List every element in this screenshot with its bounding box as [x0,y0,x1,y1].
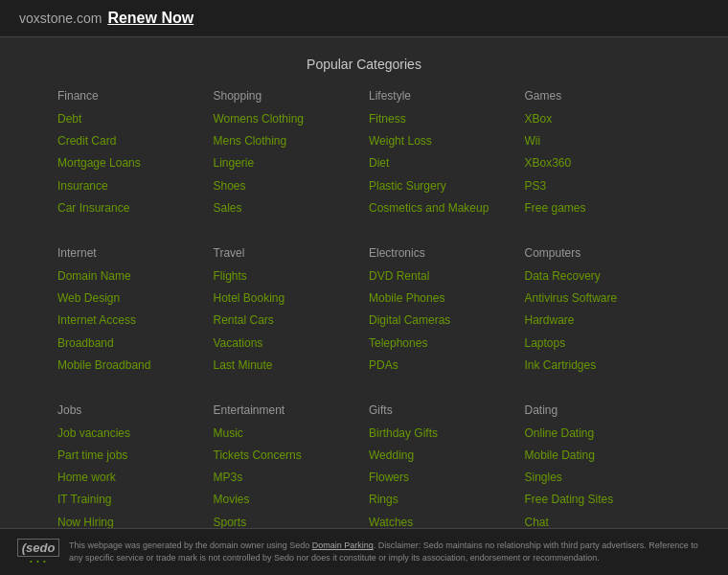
footer-disclaimer: This webpage was generated by the domain… [69,540,709,564]
category-link-last-minute[interactable]: Last Minute [214,356,360,375]
category-section-games: GamesXBoxWiiXBox360PS3Free games [525,89,671,218]
category-title-shopping: Shopping [214,89,360,103]
category-link-laptops[interactable]: Laptops [525,334,671,353]
category-link-plastic-surgery[interactable]: Plastic Surgery [369,177,515,196]
category-title-internet: Internet [57,246,204,260]
category-title-travel: Travel [214,246,360,260]
category-link-mens-clothing[interactable]: Mens Clothing [214,132,360,150]
category-link-rental-cars[interactable]: Rental Cars [214,311,360,330]
category-link-vacations[interactable]: Vacations [214,334,360,353]
category-link-web-design[interactable]: Web Design [57,289,204,308]
category-link-mobile-dating[interactable]: Mobile Dating [525,447,671,465]
category-section-lifestyle: LifestyleFitnessWeight LossDietPlastic S… [369,89,515,218]
category-link-flights[interactable]: Flights [214,267,360,286]
category-link-digital-cameras[interactable]: Digital Cameras [369,311,515,330]
sedo-logo: (sedo • • • [19,539,57,565]
category-section-electronics: ElectronicsDVD RentalMobile PhonesDigita… [369,246,515,375]
category-link-music[interactable]: Music [214,425,360,443]
category-link-birthday-gifts[interactable]: Birthday Gifts [369,425,515,443]
category-link-womens-clothing[interactable]: Womens Clothing [214,110,360,128]
category-title-entertainment: Entertainment [214,403,360,417]
category-link-it-training[interactable]: IT Training [57,491,204,509]
category-title-dating: Dating [525,403,671,417]
categories-grid: FinanceDebtCredit CardMortgage LoansInsu… [57,89,671,532]
category-link-car-insurance[interactable]: Car Insurance [57,199,204,218]
category-link-xbox360[interactable]: XBox360 [525,154,671,172]
category-section-dating: DatingOnline DatingMobile DatingSinglesF… [525,403,671,532]
category-link-part-time-jobs[interactable]: Part time jobs [57,447,204,465]
category-title-computers: Computers [525,246,671,260]
domain-text: voxstone.com [19,11,102,26]
category-link-diet[interactable]: Diet [369,154,515,172]
category-title-lifestyle: Lifestyle [369,89,515,103]
category-link-internet-access[interactable]: Internet Access [57,311,204,330]
category-section-gifts: GiftsBirthday GiftsWeddingFlowersRingsWa… [369,403,515,532]
category-title-gifts: Gifts [369,403,515,417]
sedo-dots: • • • [30,557,47,565]
category-link-antivirus-software[interactable]: Antivirus Software [525,289,671,308]
category-link-debt[interactable]: Debt [57,110,204,128]
category-link-ink-cartridges[interactable]: Ink Cartridges [525,356,671,375]
category-section-travel: TravelFlightsHotel BookingRental CarsVac… [214,246,360,375]
category-link-data-recovery[interactable]: Data Recovery [525,267,671,286]
category-link-telephones[interactable]: Telephones [369,334,515,353]
category-link-mobile-phones[interactable]: Mobile Phones [369,289,515,308]
category-section-internet: InternetDomain NameWeb DesignInternet Ac… [57,246,204,375]
category-section-shopping: ShoppingWomens ClothingMens ClothingLing… [214,89,360,218]
category-link-cosmetics-and-makeup[interactable]: Cosmetics and Makeup [369,199,515,218]
category-link-ps3[interactable]: PS3 [525,177,671,196]
renew-link[interactable]: Renew Now [107,10,193,27]
category-link-movies[interactable]: Movies [214,491,360,509]
category-link-pdas[interactable]: PDAs [369,356,515,375]
category-link-credit-card[interactable]: Credit Card [57,132,204,150]
category-section-entertainment: EntertainmentMusicTickets ConcernsMP3sMo… [214,403,360,532]
category-link-shoes[interactable]: Shoes [214,177,360,196]
main-content: Popular Categories FinanceDebtCredit Car… [0,37,728,551]
category-section-jobs: JobsJob vacanciesPart time jobsHome work… [57,403,204,532]
category-link-dvd-rental[interactable]: DVD Rental [369,267,515,286]
domain-parking-link[interactable]: Domain Parking [312,540,374,550]
category-link-wii[interactable]: Wii [525,132,671,150]
category-link-domain-name[interactable]: Domain Name [57,267,204,286]
category-link-sales[interactable]: Sales [214,199,360,218]
category-title-finance: Finance [57,89,204,103]
category-link-home-work[interactable]: Home work [57,469,204,487]
category-link-mortgage-loans[interactable]: Mortgage Loans [57,154,204,172]
category-title-electronics: Electronics [369,246,515,260]
category-link-flowers[interactable]: Flowers [369,469,515,487]
category-link-singles[interactable]: Singles [525,469,671,487]
popular-categories-title: Popular Categories [57,57,671,72]
category-link-mp3s[interactable]: MP3s [214,469,360,487]
category-link-broadband[interactable]: Broadband [57,334,204,353]
category-link-wedding[interactable]: Wedding [369,447,515,465]
category-link-lingerie[interactable]: Lingerie [214,154,360,172]
category-link-online-dating[interactable]: Online Dating [525,425,671,443]
category-link-xbox[interactable]: XBox [525,110,671,128]
category-title-games: Games [525,89,671,103]
category-link-insurance[interactable]: Insurance [57,177,204,196]
footer: (sedo • • • This webpage was generated b… [0,528,728,575]
category-link-rings[interactable]: Rings [369,491,515,509]
category-link-hardware[interactable]: Hardware [525,311,671,330]
category-link-tickets-concerns[interactable]: Tickets Concerns [214,447,360,465]
category-link-mobile-broadband[interactable]: Mobile Broadband [57,356,204,375]
category-link-fitness[interactable]: Fitness [369,110,515,128]
category-link-weight-loss[interactable]: Weight Loss [369,132,515,150]
sedo-logo-text: (sedo [17,539,60,557]
category-link-free-games[interactable]: Free games [525,199,671,218]
category-link-hotel-booking[interactable]: Hotel Booking [214,289,360,308]
header: voxstone.com Renew Now [0,0,728,37]
category-title-jobs: Jobs [57,403,204,417]
category-link-job-vacancies[interactable]: Job vacancies [57,425,204,443]
category-section-finance: FinanceDebtCredit CardMortgage LoansInsu… [57,89,204,218]
category-section-computers: ComputersData RecoveryAntivirus Software… [525,246,671,375]
category-link-free-dating-sites[interactable]: Free Dating Sites [525,491,671,509]
